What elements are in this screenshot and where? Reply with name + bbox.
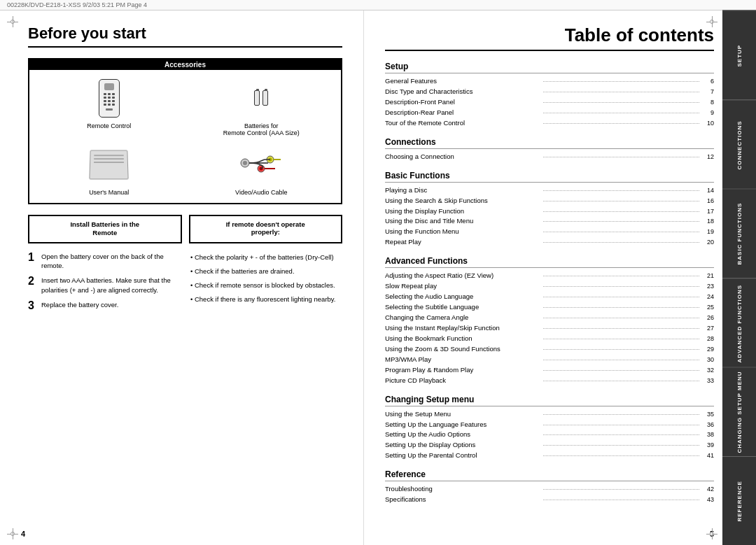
manual-label: User's Manual <box>89 189 129 196</box>
toc-entry-label-0-3: Description-Rear Panel <box>385 108 541 118</box>
toc-entry-2-1: Using the Search & Skip Functions16 <box>385 196 714 206</box>
toc-entry-3-6: Using the Bookmark Function28 <box>385 334 714 344</box>
toc-section-title-5: Reference <box>385 469 714 481</box>
if-remote-title: If remote doesn't operateproperly: <box>196 220 336 236</box>
toc-entry-label-4-3: Setting Up the Display Options <box>385 440 541 451</box>
toc-entry-1-0: Choosing a Connection12 <box>385 152 714 162</box>
toc-dots-2-0 <box>543 190 699 191</box>
tab-changing-setup[interactable]: CHANGING SETUP MENU <box>722 367 756 457</box>
accessories-box: Accessories Remote Control <box>28 58 342 204</box>
toc-entry-0-4: Tour of the Remote Control10 <box>385 118 714 129</box>
toc-page-0-3: 9 <box>701 108 714 118</box>
toc-section-title-4: Changing Setup menu <box>385 395 714 406</box>
toc-entry-label-3-1: Slow Repeat play <box>385 281 541 292</box>
toc-dots-2-3 <box>543 221 699 222</box>
toc-section-title-1: Connections <box>385 137 714 149</box>
toc-dots-4-0 <box>543 414 699 415</box>
tab-connections[interactable]: CONNECTIONS <box>722 100 756 190</box>
toc-page-2-2: 17 <box>701 207 714 217</box>
toc-dots-4-1 <box>543 425 699 425</box>
toc-section-0: SetupGeneral Features6Disc Type and Char… <box>385 62 714 129</box>
toc-section-title-3: Advanced Functions <box>385 256 714 268</box>
toc-entry-label-3-10: Picture CD Playback <box>385 376 541 386</box>
toc-entry-label-2-2: Using the Display Function <box>385 206 541 217</box>
toc-entry-label-4-1: Setting Up the Language Features <box>385 420 541 430</box>
toc-page-3-5: 27 <box>701 324 714 334</box>
manual-shape <box>90 150 129 180</box>
toc-dots-3-7 <box>543 349 699 350</box>
step-2-num: 2 <box>28 276 38 295</box>
toc-page-2-3: 18 <box>701 217 714 227</box>
batteries-label: Batteries forRemote Control (AAA Size) <box>223 122 300 136</box>
toc-entry-4-0: Using the Setup Menu35 <box>385 409 714 420</box>
step-1-num: 1 <box>28 252 38 271</box>
toc-entry-3-10: Picture CD Playback33 <box>385 376 714 386</box>
toc-section-title-0: Setup <box>385 62 714 73</box>
toc-page-3-6: 28 <box>701 334 714 344</box>
toc-dots-0-3 <box>543 113 699 113</box>
tab-setup[interactable]: SETUP <box>722 10 756 100</box>
svg-point-1 <box>243 161 247 165</box>
toc-entry-3-0: Adjusting the Aspect Ratio (EZ View)21 <box>385 271 714 281</box>
tab-advanced-functions[interactable]: ADVANCED FUNCTIONS <box>722 278 756 368</box>
toc-page-3-2: 24 <box>701 292 714 302</box>
toc-dots-0-2 <box>543 102 699 103</box>
crosshair-bottom-right <box>706 528 718 539</box>
toc-entry-label-2-0: Playing a Disc <box>385 185 541 196</box>
toc-dots-3-0 <box>543 276 699 276</box>
toc-entry-label-4-2: Setting Up the Audio Options <box>385 430 541 440</box>
toc-entry-0-2: Description-Front Panel8 <box>385 97 714 108</box>
toc-dots-3-4 <box>543 318 699 318</box>
toc-entry-4-4: Setting Up the Parental Control41 <box>385 451 714 461</box>
toc-dots-3-8 <box>543 360 699 360</box>
toc-page-5-0: 42 <box>701 485 714 495</box>
crosshair-top-right <box>706 16 718 27</box>
toc-dots-2-2 <box>543 211 699 212</box>
toc-dots-3-9 <box>543 370 699 371</box>
toc-page-4-0: 35 <box>701 410 714 420</box>
toc-page-3-8: 30 <box>701 355 714 365</box>
install-batteries-box: Install Batteries in theRemote <box>28 215 182 243</box>
toc-entry-4-3: Setting Up the Display Options39 <box>385 440 714 451</box>
bullet-1: • Check the polarity + - of the batterie… <box>190 252 342 263</box>
toc-entry-label-3-6: Using the Bookmark Function <box>385 334 541 344</box>
bullet-4: • Check if there is any fluorescent ligh… <box>190 294 342 305</box>
toc-entry-label-5-0: Troubleshooting <box>385 484 541 495</box>
toc-page-2-1: 16 <box>701 197 714 206</box>
toc-page-3-7: 29 <box>701 345 714 355</box>
toc-entry-label-2-4: Using the Function Menu <box>385 227 541 237</box>
toc-section-4: Changing Setup menuUsing the Setup Menu3… <box>385 395 714 462</box>
toc-page-4-4: 41 <box>701 451 714 461</box>
toc-page-0-1: 7 <box>701 87 714 97</box>
install-box-title: Install Batteries in theRemote <box>35 220 175 238</box>
toc-dots-3-2 <box>543 297 699 297</box>
toc-entry-label-3-8: MP3/WMA Play <box>385 355 541 365</box>
toc-dots-1-0 <box>543 157 699 157</box>
batteries-icon <box>233 77 289 119</box>
toc-container: SetupGeneral Features6Disc Type and Char… <box>385 62 714 505</box>
toc-dots-0-4 <box>543 123 699 124</box>
accessory-batteries: Batteries forRemote Control (AAA Size) <box>189 77 335 136</box>
side-tabs: SETUP CONNECTIONS BASIC FUNCTIONS ADVANC… <box>722 10 756 545</box>
right-page-title: Table of contents <box>385 24 714 51</box>
toc-entry-label-4-4: Setting Up the Parental Control <box>385 451 541 461</box>
toc-section-title-2: Basic Functions <box>385 171 714 183</box>
toc-page-2-0: 14 <box>701 186 714 196</box>
tab-basic-functions[interactable]: BASIC FUNCTIONS <box>722 189 756 278</box>
bullet-2: • Check if the batteries are drained. <box>190 266 342 277</box>
toc-entry-label-2-5: Repeat Play <box>385 237 541 248</box>
toc-entry-label-2-3: Using the Disc and Title Menu <box>385 216 541 227</box>
toc-entry-2-0: Playing a Disc14 <box>385 185 714 196</box>
toc-section-3: Advanced FunctionsAdjusting the Aspect R… <box>385 256 714 385</box>
toc-entry-3-7: Using the Zoom & 3D Sound Functions29 <box>385 344 714 355</box>
toc-dots-4-3 <box>543 445 699 446</box>
cable-icon <box>233 143 289 185</box>
accessory-remote: Remote Control <box>36 77 182 136</box>
toc-entry-2-4: Using the Function Menu19 <box>385 227 714 237</box>
crosshair-top-left <box>7 16 18 27</box>
tab-reference[interactable]: REFERENCE <box>722 457 756 546</box>
toc-entry-label-5-1: Specifications <box>385 495 541 505</box>
manual-icon <box>81 143 137 185</box>
toc-page-3-1: 23 <box>701 282 714 292</box>
toc-entry-label-4-0: Using the Setup Menu <box>385 409 541 420</box>
